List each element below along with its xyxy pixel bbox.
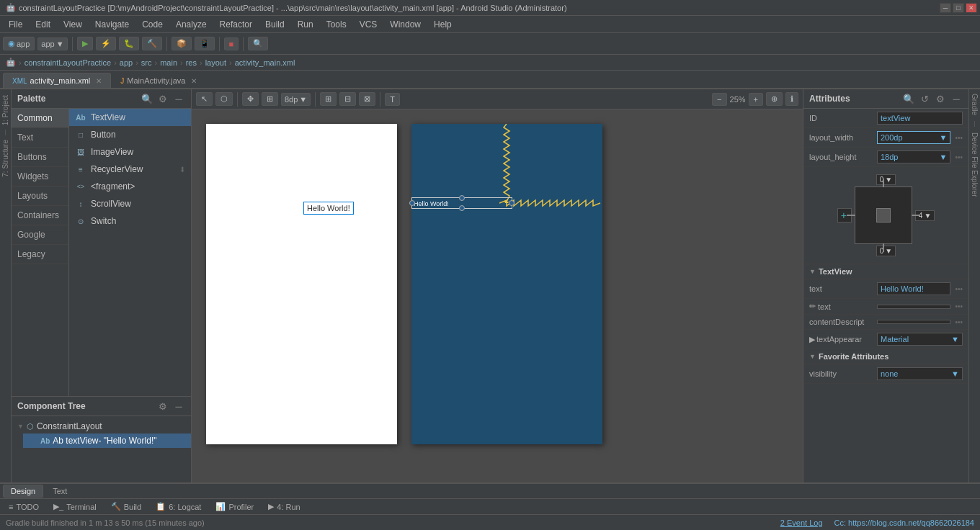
todo-btn[interactable]: ≡ TODO <box>3 502 45 512</box>
ct-settings-btn[interactable]: ⚙ <box>156 400 169 413</box>
ct-item-constraint-layout[interactable]: ▼ ⬡ ConstraintLayout <box>12 419 191 434</box>
logcat-btn[interactable]: 📋 6: Logcat <box>150 501 207 512</box>
palette-item-scrollview[interactable]: ↕ ScrollView <box>69 195 191 212</box>
palette-item-imageview[interactable]: 🖼 ImageView <box>69 143 191 161</box>
palette-cat-containers[interactable]: Containers <box>12 206 68 225</box>
tab-text[interactable]: Text <box>45 485 75 498</box>
constraint-bottom-value[interactable]: 0 ▼ <box>876 246 896 256</box>
breadcrumb-item-main[interactable]: main <box>160 58 177 67</box>
zoom-fit-btn[interactable]: ⊕ <box>766 92 783 106</box>
attach-debugger-btn[interactable]: 🐛 <box>119 37 139 50</box>
width-dropdown-arrow[interactable]: ▼ <box>940 133 948 142</box>
breadcrumb-item-app[interactable]: app <box>120 58 133 67</box>
menu-item-code[interactable]: Code <box>136 18 169 31</box>
height-dropdown-arrow[interactable]: ▼ <box>940 153 948 161</box>
attrs-favorite-section[interactable]: ▼ Favorite Attributes <box>803 349 968 364</box>
attrs-textview-section[interactable]: ▼ TextView <box>803 264 968 279</box>
constraint-handle-top[interactable] <box>459 195 465 201</box>
menu-item-navigate[interactable]: Navigate <box>89 18 135 31</box>
menu-item-view[interactable]: View <box>58 18 88 31</box>
tab-activity-main-close[interactable]: ✕ <box>96 77 102 85</box>
tab-main-activity[interactable]: J MainActivity.java ✕ <box>111 73 206 88</box>
profiler-btn[interactable]: 📊 Profiler <box>210 501 259 512</box>
stop-btn[interactable]: ■ <box>224 37 239 50</box>
constraint-handle-bottom[interactable] <box>459 205 465 211</box>
breadcrumb-item-src[interactable]: src <box>141 58 152 67</box>
attrs-text-value[interactable]: Hello World! <box>877 282 950 295</box>
textview-blueprint[interactable]: Hello World! <box>411 197 512 209</box>
app-dropdown-btn[interactable]: app ▼ <box>37 37 67 50</box>
tab-design[interactable]: Design <box>3 485 43 498</box>
zoom-out-btn[interactable]: − <box>712 93 726 106</box>
palette-close-btn[interactable]: ─ <box>172 92 185 105</box>
canvas-grid-btn[interactable]: ⊞ <box>320 92 337 106</box>
breadcrumb-item-project[interactable]: constraintLayoutPractice <box>24 58 111 67</box>
menu-item-refactor[interactable]: Refactor <box>214 18 258 31</box>
breadcrumb-item-file[interactable]: activity_main.xml <box>235 58 295 67</box>
menu-item-vcs[interactable]: VCS <box>354 18 383 31</box>
constraint-handle-right[interactable] <box>509 200 514 206</box>
canvas-margin-dropdown[interactable]: 8dp ▼ <box>281 93 311 106</box>
run-tool-btn[interactable]: ▶ 4: Run <box>262 501 306 512</box>
constraint-handle-left[interactable] <box>409 200 415 206</box>
device-file-explorer-label[interactable]: Device File Explorer <box>971 128 979 201</box>
avd-manager-btn[interactable]: 📱 <box>195 37 215 50</box>
project-icon-btn[interactable]: ◉ app <box>3 37 35 50</box>
contentdescript-more-btn[interactable]: ••• <box>955 318 963 326</box>
menu-item-tools[interactable]: Tools <box>321 18 352 31</box>
constraint-top-value[interactable]: 0 ▼ <box>876 174 896 185</box>
canvas-text-btn[interactable]: T <box>385 93 400 106</box>
palette-search-btn[interactable]: 🔍 <box>141 92 153 105</box>
design-canvas[interactable]: Hello World! <box>206 124 397 444</box>
attrs-settings-btn[interactable]: ⚙ <box>934 92 947 105</box>
palette-item-button[interactable]: □ Button <box>69 126 191 143</box>
text2-more-btn[interactable]: ••• <box>955 302 963 310</box>
menu-item-window[interactable]: Window <box>384 18 427 31</box>
canvas-pan-btn[interactable]: ✥ <box>242 92 259 106</box>
palette-cat-common[interactable]: Common <box>12 109 68 128</box>
textview-design[interactable]: Hello World! <box>303 202 354 215</box>
attrs-width-value[interactable]: 200dp ▼ <box>877 131 950 144</box>
canvas-inner[interactable]: Hello World! <box>192 109 803 482</box>
canvas-blueprint-btn[interactable]: ⬡ <box>215 92 233 106</box>
attrs-reset-btn[interactable]: ↺ <box>918 92 931 105</box>
width-more-btn[interactable]: ••• <box>955 134 963 142</box>
maximize-button[interactable]: □ <box>953 3 964 13</box>
palette-cat-buttons[interactable]: Buttons <box>12 148 68 167</box>
run-button[interactable]: ▶ <box>77 37 93 50</box>
build-btn[interactable]: 🔨 <box>142 37 162 50</box>
breadcrumb-item-layout[interactable]: layout <box>205 58 226 67</box>
menu-item-analyze[interactable]: Analyze <box>170 18 213 31</box>
terminal-btn[interactable]: ▶_ Terminal <box>48 501 102 512</box>
canvas-mode-select-btn[interactable]: ↖ <box>196 92 213 106</box>
text-more-btn[interactable]: ••• <box>955 285 963 293</box>
canvas-align-btn[interactable]: ⊠ <box>359 92 375 106</box>
event-log-link[interactable]: 2 Event Log <box>780 518 823 527</box>
zoom-in-btn[interactable]: + <box>749 93 763 106</box>
palette-cat-widgets[interactable]: Widgets <box>12 167 68 187</box>
project-strip-label[interactable]: 1: Project <box>1 92 9 128</box>
palette-item-fragment[interactable]: <> <fragment> <box>69 178 191 195</box>
csdn-link[interactable]: Cc: https://blog.csdn.net/qq8662026184 <box>834 518 974 527</box>
menu-item-file[interactable]: File <box>3 18 28 31</box>
breadcrumb-item-0[interactable]: 🤖 <box>6 58 16 67</box>
palette-item-recyclerview[interactable]: ≡ RecyclerView ⬇ <box>69 161 191 178</box>
minimize-button[interactable]: ─ <box>940 3 951 13</box>
search-everywhere-btn[interactable]: 🔍 <box>248 37 268 50</box>
palette-cat-legacy[interactable]: Legacy <box>12 245 68 264</box>
palette-cat-google[interactable]: Google <box>12 225 68 245</box>
attrs-visibility-value[interactable]: none ▼ <box>877 367 963 380</box>
attrs-search-btn[interactable]: 🔍 <box>902 92 915 105</box>
palette-item-textview[interactable]: Ab TextView <box>69 109 191 126</box>
ct-close-btn[interactable]: ─ <box>172 400 185 413</box>
build-tool-btn[interactable]: 🔨 Build <box>105 501 147 512</box>
tab-activity-main[interactable]: XML activity_main.xml ✕ <box>3 73 111 88</box>
constraint-plus-icon[interactable]: + <box>841 210 847 221</box>
menu-item-build[interactable]: Build <box>259 18 290 31</box>
sdk-manager-btn[interactable]: 📦 <box>172 37 192 50</box>
palette-settings-btn[interactable]: ⚙ <box>156 92 169 105</box>
gradle-strip-label[interactable]: Gradle <box>971 89 979 120</box>
menu-item-help[interactable]: Help <box>428 18 458 31</box>
breadcrumb-item-res[interactable]: res <box>186 58 197 67</box>
ct-item-textview[interactable]: Ab Ab textView- "Hello World!" <box>23 434 191 448</box>
